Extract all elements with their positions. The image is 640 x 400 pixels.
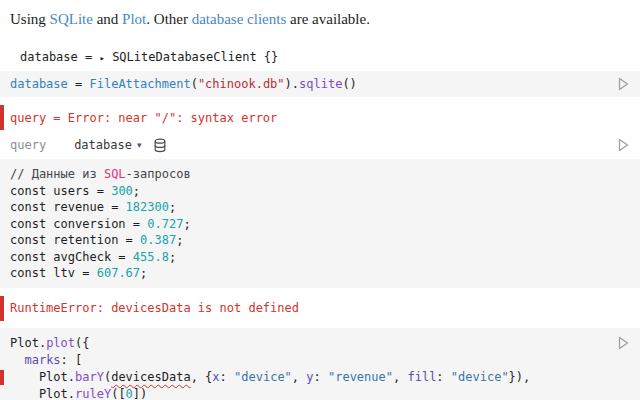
code-token: const retention = [10,233,140,247]
play-icon [617,77,629,91]
code-token: SQL [104,167,126,181]
code-line[interactable]: database = ▸ SQLiteDatabaseClient {} [0,49,298,67]
database-source-label: database [74,138,132,152]
runtime-error-banner: RuntimeError: devicesData is not defined [0,295,640,322]
prose-text: Using [10,11,50,27]
code-token: 0 [126,387,133,400]
code-token: x [212,370,219,384]
code-token: 0.727 [147,217,183,231]
code-token: Plot. [10,336,46,350]
code-token: marks [24,353,60,367]
code-token: ; [183,217,190,231]
code-token: 455.8 [133,250,169,264]
code-line[interactable]: database = ▸ SQLiteDatabaseClient {} [10,49,288,67]
code-token: y [306,370,313,384]
code-line[interactable]: // Данные из SQL-запросов [0,166,640,183]
database-output-cell[interactable]: database = ▸ SQLiteDatabaseClient {} [0,46,640,69]
code-token: barY [75,370,104,384]
code-token: "device" [234,370,292,384]
code-line[interactable]: const revenue = 182300; [0,199,640,216]
code-token: : [314,370,328,384]
plot-code-cell[interactable]: Plot.plot({ marks: [ Plot.barY(devicesDa… [0,328,640,400]
play-icon [617,336,629,350]
database-source-dropdown[interactable]: database ▾ [74,138,141,152]
code-token: database [10,77,68,91]
code-token: : [ [61,353,83,367]
code-token: ). [285,77,299,91]
code-token: ([ [111,387,125,400]
code-editor[interactable]: Plot.plot({ marks: [ Plot.barY(devicesDa… [0,335,640,400]
runtime-error-message: RuntimeError: devicesData is not defined [0,301,299,315]
run-plot-button[interactable] [615,335,631,351]
query-error-banner: query = Error: near "/": syntax error [0,104,640,131]
code-token: SQLiteDatabaseClient {} [105,50,278,64]
code-token: // Данные из [10,167,104,181]
code-token: ; [169,200,176,214]
code-token: ; [169,250,176,264]
code-token: ({ [75,336,89,350]
code-token: const avgCheck = [10,250,133,264]
run-cell-button[interactable] [615,76,631,92]
code-token: "device" [451,370,509,384]
intro-paragraph: Using SQLite and Plot. Other database cl… [10,9,630,29]
code-token: sqlite [299,77,342,91]
code-line[interactable]: Plot.ruleY([0]) [0,386,640,400]
sql-query-cell[interactable]: query database ▾ [0,131,640,159]
code-token: 607.67 [97,266,140,280]
code-token: ( [191,77,198,91]
code-line[interactable]: Plot.barY(devicesData, {x: "device", y: … [0,369,640,386]
code-token: FileAttachment [89,77,190,91]
code-token: ; [140,266,147,280]
code-token: : [220,370,234,384]
prose-text: . Other [146,11,191,27]
code-line[interactable]: marks: [ [0,352,640,369]
code-line[interactable]: const retention = 0.387; [0,232,640,249]
code-token: ; [133,184,140,198]
code-token: , { [191,370,213,384]
code-token: fill [407,370,436,384]
database-icon [153,138,167,153]
prose-link[interactable]: Plot [122,11,146,27]
query-cell-name: query [0,138,46,152]
code-token: const conversion = [10,217,147,231]
code-token: , [292,370,306,384]
prose-link[interactable]: database clients [192,11,287,27]
code-line[interactable]: const users = 300; [0,183,640,200]
play-icon [617,138,629,152]
file-attachment-cell[interactable]: database = FileAttachment("chinook.db").… [0,71,640,97]
code-token: 300 [111,184,133,198]
code-editor[interactable]: database = FileAttachment("chinook.db").… [0,76,640,93]
code-token: -запросов [126,167,191,181]
code-line[interactable]: const ltv = 607.67; [0,265,640,282]
chevron-down-icon: ▾ [137,141,142,150]
code-token: "chinook.db" [198,77,285,91]
code-line[interactable]: const conversion = 0.727; [0,216,640,233]
code-line[interactable]: Plot.plot({ [0,335,640,352]
code-token: ]) [133,387,147,400]
code-line[interactable]: database = FileAttachment("chinook.db").… [0,76,640,93]
code-token: ruleY [75,387,111,400]
code-token: : [436,370,450,384]
code-token: , [393,370,407,384]
prose-text: and [93,11,122,27]
code-token [10,353,24,367]
run-query-button[interactable] [615,137,631,153]
code-token: Plot. [10,370,75,384]
constants-code-cell[interactable]: // Данные из SQL-запросовconst users = 3… [0,159,640,288]
code-token: const revenue = [10,200,126,214]
code-token: "revenue" [328,370,393,384]
query-error-message: query = Error: near "/": syntax error [0,111,277,125]
code-token: () [342,77,356,91]
code-token: Plot. [10,387,75,400]
code-token: const ltv = [10,266,97,280]
notebook-page: Using SQLite and Plot. Other database cl… [0,9,640,400]
database-schema-toggle[interactable] [153,138,167,153]
prose-link[interactable]: SQLite [50,11,93,27]
code-token: 0.387 [140,233,176,247]
code-token: = [68,77,90,91]
prose-text: are available. [286,11,370,27]
code-token: ; [176,233,183,247]
code-token: plot [46,336,75,350]
code-token: 182300 [126,200,169,214]
code-line[interactable]: const avgCheck = 455.8; [0,249,640,266]
